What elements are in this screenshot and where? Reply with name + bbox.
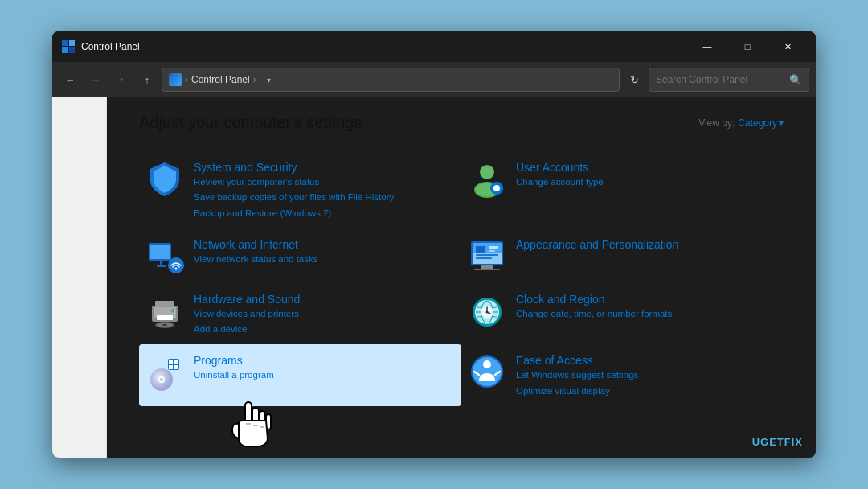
svg-point-34	[171, 309, 174, 312]
hardware-link-2[interactable]: Add a device	[194, 323, 300, 336]
programs-icon	[145, 352, 184, 391]
category-hardware[interactable]: Hardware and Sound View devices and prin…	[139, 283, 461, 345]
svg-point-19	[175, 267, 178, 269]
system-link-1[interactable]: Review your computer's status	[194, 175, 394, 189]
system-link-2[interactable]: Save backup copies of your files with Fi…	[194, 191, 394, 204]
svg-rect-54	[169, 365, 173, 369]
svg-rect-15	[150, 244, 170, 259]
close-button[interactable]: ✕	[769, 34, 806, 60]
address-icon	[169, 73, 182, 86]
network-title[interactable]: Network and Internet	[194, 238, 317, 251]
svg-rect-2	[62, 47, 68, 53]
up-button[interactable]: ↑	[136, 68, 158, 91]
back-button[interactable]: ←	[59, 68, 81, 91]
svg-rect-53	[174, 360, 178, 364]
category-network[interactable]: Network and Internet View network status…	[139, 228, 461, 283]
category-user-accounts[interactable]: User Accounts Change account type	[461, 151, 784, 228]
address-chevron[interactable]: ▾	[261, 72, 277, 88]
category-clock[interactable]: Clock and Region Change date, time, or n…	[461, 283, 784, 345]
hardware-icon	[145, 291, 184, 330]
watermark-prefix: U	[752, 436, 760, 448]
svg-point-37	[162, 324, 167, 326]
svg-rect-1	[69, 40, 75, 46]
system-link-3[interactable]: Backup and Restore (Windows 7)	[194, 207, 394, 220]
svg-rect-12	[490, 187, 493, 190]
svg-rect-26	[476, 254, 498, 256]
watermark: UGETFIX	[752, 436, 803, 448]
search-box[interactable]: 🔍	[649, 68, 809, 92]
svg-rect-29	[474, 269, 500, 270]
ease-link-1[interactable]: Let Windows suggest settings	[516, 368, 638, 382]
svg-rect-3	[69, 47, 75, 53]
user-link-1[interactable]: Change account type	[516, 175, 604, 189]
user-accounts-text: User Accounts Change account type	[516, 159, 604, 189]
category-ease[interactable]: Ease of Access Let Windows suggest setti…	[461, 344, 784, 406]
ease-title[interactable]: Ease of Access	[516, 354, 638, 367]
programs-link-1[interactable]: Uninstall a program	[194, 368, 274, 382]
svg-rect-33	[157, 315, 173, 320]
title-bar: Control Panel — □ ✕	[52, 31, 816, 62]
svg-rect-28	[481, 265, 493, 269]
search-input[interactable]	[656, 74, 784, 85]
categories-grid: System and Security Review your computer…	[139, 151, 784, 406]
svg-rect-27	[476, 257, 492, 259]
svg-point-9	[493, 185, 500, 191]
clock-text: Clock and Region Change date, time, or n…	[516, 291, 672, 321]
user-accounts-icon	[468, 159, 506, 198]
clock-title[interactable]: Clock and Region	[516, 293, 672, 306]
ease-icon	[468, 352, 506, 391]
search-icon: 🔍	[789, 74, 802, 86]
maximize-button[interactable]: □	[729, 34, 766, 60]
svg-rect-25	[489, 250, 495, 252]
hand-cursor	[227, 398, 276, 458]
appearance-icon	[468, 236, 506, 275]
clock-link-1[interactable]: Change date, time, or number formats	[516, 307, 672, 321]
path-part1: Control Panel	[191, 74, 250, 85]
network-link-1[interactable]: View network status and tasks	[194, 253, 317, 266]
address-bar: ← → ▾ ↑ › Control Panel › ▾ ↻ 🔍	[52, 62, 816, 97]
svg-rect-23	[476, 246, 485, 253]
path-sep1: ›	[185, 74, 188, 85]
watermark-suffix: FIX	[784, 436, 803, 448]
category-system-security[interactable]: System and Security Review your computer…	[139, 151, 461, 228]
svg-rect-17	[157, 265, 166, 267]
svg-point-6	[481, 166, 493, 179]
control-panel-window: Control Panel — □ ✕ ← → ▾ ↑ › Control Pa…	[52, 31, 816, 458]
svg-point-58	[483, 360, 491, 368]
category-programs[interactable]: Programs Uninstall a program	[139, 344, 461, 406]
user-accounts-title[interactable]: User Accounts	[516, 161, 604, 174]
svg-rect-32	[155, 301, 174, 307]
svg-marker-16	[157, 261, 165, 265]
ease-link-2[interactable]: Optimize visual display	[516, 384, 638, 398]
forward-button[interactable]: →	[84, 68, 107, 91]
svg-rect-13	[500, 187, 503, 190]
appearance-title[interactable]: Appearance and Personalization	[516, 238, 678, 251]
appearance-text: Appearance and Personalization	[516, 236, 678, 251]
view-by-category: Category	[738, 117, 777, 129]
panel-title: Adjust your computer's settings	[139, 113, 362, 132]
category-appearance[interactable]: Appearance and Personalization	[461, 228, 784, 283]
view-by-value[interactable]: Category ▾	[738, 117, 784, 129]
window-controls: — □ ✕	[689, 34, 806, 60]
ease-text: Ease of Access Let Windows suggest setti…	[516, 352, 638, 398]
minimize-button[interactable]: —	[689, 34, 726, 60]
view-by-chevron-icon: ▾	[779, 117, 784, 129]
shield-icon	[145, 159, 184, 198]
window-title: Control Panel	[81, 41, 689, 52]
path-sep2: ›	[253, 74, 256, 85]
recent-button[interactable]: ▾	[110, 68, 133, 91]
network-text: Network and Internet View network status…	[194, 236, 317, 266]
system-security-title[interactable]: System and Security	[194, 161, 394, 174]
cursor-area	[179, 398, 784, 458]
network-icon	[145, 236, 184, 275]
panel-header: Adjust your computer's settings View by:…	[139, 113, 784, 132]
programs-text: Programs Uninstall a program	[194, 352, 274, 382]
programs-title[interactable]: Programs	[194, 354, 274, 367]
svg-rect-24	[489, 246, 498, 249]
watermark-accent: GET	[760, 436, 784, 448]
address-input[interactable]: › Control Panel › ▾	[162, 68, 620, 92]
hardware-title[interactable]: Hardware and Sound	[194, 293, 300, 306]
hardware-link-1[interactable]: View devices and printers	[194, 307, 300, 321]
svg-rect-52	[169, 360, 173, 364]
refresh-button[interactable]: ↻	[623, 68, 645, 91]
